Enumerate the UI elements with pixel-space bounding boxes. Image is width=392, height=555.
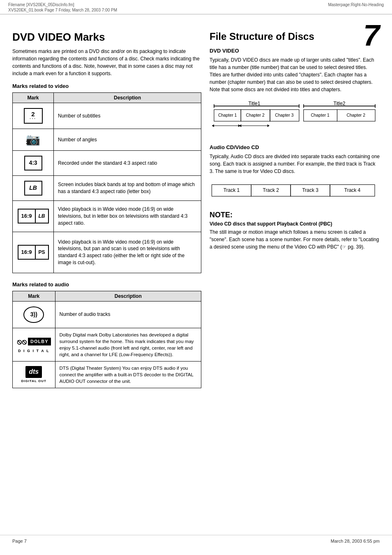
audio-cd-subsection: Audio CD/Video CD xyxy=(210,144,380,150)
svg-text:Track 3: Track 3 xyxy=(302,187,318,193)
header-row2: XVS20EK_01.book Page 7 Friday, March 28,… xyxy=(8,8,384,14)
table-row: 16:9 PS Video playback is in Wide video … xyxy=(13,232,201,273)
dolby-digital-text: D I G I T A L xyxy=(18,348,49,354)
page-number: 7 xyxy=(363,21,380,50)
43-icon: 4:3 xyxy=(24,156,42,170)
right-section-title: File Structure of Discs xyxy=(210,31,380,43)
bookref-label: XVS20EK_01.book Page 7 Friday, March 28,… xyxy=(8,8,117,12)
audio-table-header: Mark Description xyxy=(13,291,201,301)
audio-col-desc-header: Description xyxy=(55,291,201,301)
mark-cell-dolby: ⍉⍉ DOLBY D I G I T A L xyxy=(13,328,55,361)
svg-text:Chapter 3: Chapter 3 xyxy=(275,113,294,117)
desc-cell-169lb: Video playback is in Wide video mode (16… xyxy=(54,201,201,232)
masterpage-label: Masterpage:Right-No-Heading xyxy=(328,2,384,7)
note-title: NOTE: xyxy=(210,211,380,219)
desc-cell-subtitle: Number of subtitles xyxy=(54,103,201,129)
svg-marker-23 xyxy=(267,124,270,127)
svg-marker-19 xyxy=(212,124,214,127)
svg-text:Chapter 2: Chapter 2 xyxy=(246,113,265,117)
svg-text:Chapter 1: Chapter 1 xyxy=(218,113,237,117)
table-row: 📷 3 Number of angles xyxy=(13,129,201,151)
dts-logo-text: dts xyxy=(25,366,42,378)
left-intro: Sometimes marks are printed on a DVD dis… xyxy=(12,48,201,77)
table-row: 2 ··· Number of subtitles xyxy=(13,103,201,129)
mark-cell-169lb: 16:9 LB xyxy=(13,201,54,232)
table-row: 4:3 Recorded under the standard 4:3 aspe… xyxy=(13,151,201,176)
desc-cell-angles: Number of angles xyxy=(54,129,201,151)
subtitle-icon: 2 ··· xyxy=(24,108,43,124)
note-subtitle: Video CD discs that support Playback Con… xyxy=(210,221,380,227)
svg-marker-22 xyxy=(239,124,241,127)
169lb-icon: 16:9 LB xyxy=(18,209,49,223)
dolby-dd-symbol: ⍉⍉ xyxy=(17,336,27,348)
left-section-title: DVD VIDEO Marks xyxy=(12,31,201,44)
dolby-icon: ⍉⍉ DOLBY D I G I T A L xyxy=(17,336,51,354)
header-row1: Filename [XVS20EK_05DiscInfo.fm] Masterp… xyxy=(8,2,384,8)
dts-icon: dts DIGITAL OUT xyxy=(17,366,51,383)
lb-icon: LB xyxy=(24,181,42,196)
dvd-video-body: Typically, DVD VIDEO discs are made up o… xyxy=(210,56,380,93)
svg-text:Title2: Title2 xyxy=(334,101,346,106)
col-desc-header: Description xyxy=(54,93,201,103)
note-body: The still image or motion image which fo… xyxy=(210,228,380,251)
filename-label: Filename [XVS20EK_05DiscInfo.fm] xyxy=(8,2,74,7)
right-column: File Structure of Discs DVD VIDEO Typica… xyxy=(210,31,380,396)
table-row: dts DIGITAL OUT DTS (Digital Theater Sys… xyxy=(13,362,201,388)
footer-page: Page 7 xyxy=(12,539,27,543)
page-container: Filename [XVS20EK_05DiscInfo.fm] Masterp… xyxy=(0,0,392,555)
note-section: NOTE: Video CD discs that support Playba… xyxy=(210,211,380,251)
table-row: 3)) Number of audio tracks xyxy=(13,301,201,328)
mark-cell-43: 4:3 xyxy=(13,151,54,176)
desc-cell-43: Recorded under the standard 4:3 aspect r… xyxy=(54,151,201,176)
left-column: DVD VIDEO Marks Sometimes marks are prin… xyxy=(12,31,201,396)
video-table-header: Mark Description xyxy=(13,93,201,103)
svg-text:Track 4: Track 4 xyxy=(344,187,361,193)
col-mark-header: Mark xyxy=(13,93,54,103)
table-row: LB Screen includes black bands at top an… xyxy=(13,176,201,201)
mark-cell-audio3: 3)) xyxy=(13,301,55,328)
desc-cell-lb: Screen includes black bands at top and b… xyxy=(54,176,201,201)
video-marks-table: Mark Description 2 ··· Number of subt xyxy=(12,92,201,273)
table-row: 16:9 LB Video playback is in Wide video … xyxy=(13,201,201,232)
angles-icon: 📷 3 xyxy=(26,134,40,145)
dvd-video-subsection: DVD VIDEO xyxy=(210,48,380,54)
169ps-icon: 16:9 PS xyxy=(18,245,49,260)
dolby-box-label: DOLBY xyxy=(28,338,51,345)
svg-text:Chapter 1: Chapter 1 xyxy=(311,113,330,117)
dts-subtext: DIGITAL OUT xyxy=(21,379,46,383)
mark-cell-angles: 📷 3 xyxy=(13,129,54,151)
audio3-icon: 3)) xyxy=(23,306,44,323)
mark-cell-subtitle: 2 ··· xyxy=(13,103,54,129)
desc-cell-dolby: Dolby Digital mark Dolby Laboratories ha… xyxy=(55,328,201,361)
desc-cell-169ps: Video playback is in Wide video mode (16… xyxy=(54,232,201,273)
audio-marks-subsection: Marks related to audio xyxy=(12,281,201,288)
table-row: ⍉⍉ DOLBY D I G I T A L Dolby Digital mar… xyxy=(13,328,201,361)
svg-text:Track 1: Track 1 xyxy=(224,187,240,193)
audio-marks-table: Mark Description 3)) Number of audio tra… xyxy=(12,291,201,389)
desc-cell-dts: DTS (Digital Theater System) You can enj… xyxy=(55,362,201,388)
svg-text:Title1: Title1 xyxy=(249,101,261,106)
mark-cell-lb: LB xyxy=(13,176,54,201)
header-section: Filename [XVS20EK_05DiscInfo.fm] Masterp… xyxy=(0,0,392,14)
mark-cell-dts: dts DIGITAL OUT xyxy=(13,362,55,388)
audio-cd-body: Typically, Audio CD discs are divided in… xyxy=(210,153,380,175)
track-diagram: Track 1 Track 2 Track 3 Track 4 xyxy=(210,182,380,200)
mark-cell-169ps: 16:9 PS xyxy=(13,232,54,273)
svg-text:Track 2: Track 2 xyxy=(263,187,279,193)
svg-text:Chapter 2: Chapter 2 xyxy=(347,113,366,117)
video-marks-subsection: Marks related to video xyxy=(12,83,201,89)
audio-col-mark-header: Mark xyxy=(13,291,55,301)
main-content: DVD VIDEO Marks Sometimes marks are prin… xyxy=(0,23,392,405)
dvd-title-diagram: Title1 Title2 Chapter 1 Chapter 2 Chapte… xyxy=(210,101,380,136)
desc-cell-audio3: Number of audio tracks xyxy=(55,301,201,328)
footer-date: March 28, 2003 6:55 pm xyxy=(331,539,380,543)
bottom-bar: Page 7 March 28, 2003 6:55 pm xyxy=(0,535,392,547)
